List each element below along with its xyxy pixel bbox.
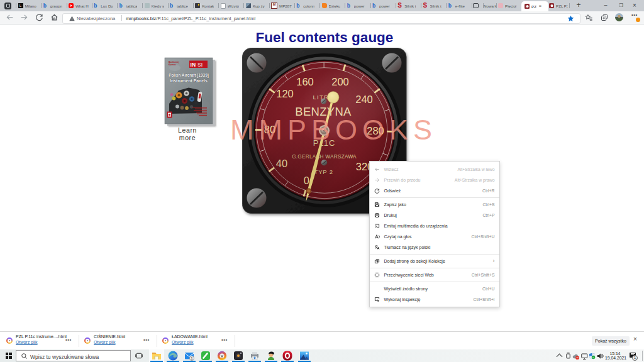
svg-text:Kornas: Kornas (169, 63, 176, 66)
svg-text:120: 120 (276, 88, 294, 99)
svg-text:Instrument Panels: Instrument Panels (170, 79, 208, 83)
svg-text:Polish Aircraft [1939]: Polish Aircraft [1939] (169, 73, 209, 78)
svg-text:SI: SI (197, 62, 203, 68)
svg-text:IN: IN (191, 62, 196, 68)
